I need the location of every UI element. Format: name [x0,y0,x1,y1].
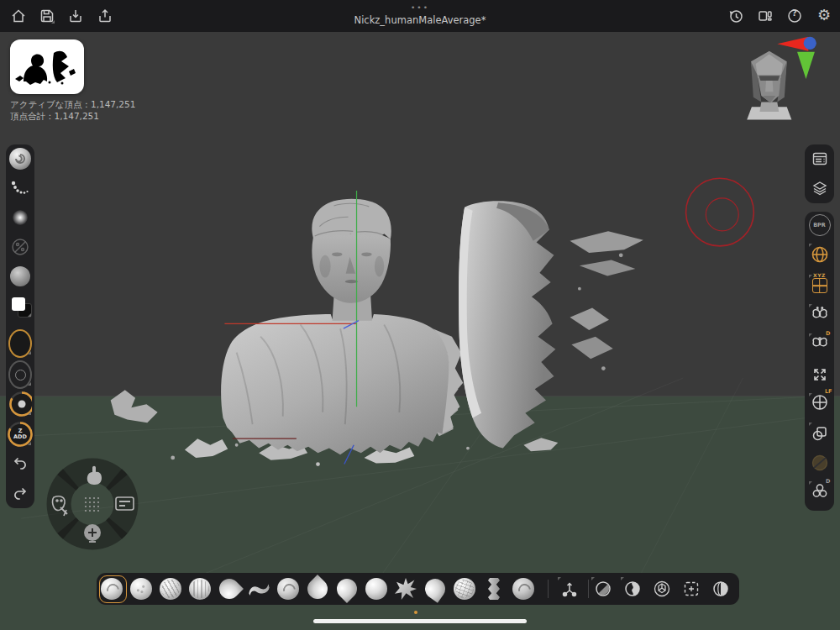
mode-ring-button[interactable] [8,332,32,355]
scene-thumbnail[interactable] [10,39,84,94]
tool-smudge[interactable] [620,576,645,601]
redo-button[interactable] [8,481,32,505]
settings-icon[interactable]: ⚙ [815,6,833,24]
brush-snake-hook[interactable] [246,576,271,601]
brush-tornado[interactable] [511,576,536,601]
app-window: ••• Nickz_humanMaleAverage* ? ⚙ [0,0,840,630]
right-toolbar-top [805,144,834,203]
brush-crease-cone[interactable] [305,576,330,601]
home-indicator[interactable] [313,619,527,623]
scan-fragment [459,201,643,448]
bottom-toolbar [97,573,739,605]
right-toolbar-main: BPR XYZ D [805,212,834,511]
window-dots[interactable]: ••• [0,3,840,12]
brush-cursor-circles [686,178,754,246]
brush-scrape[interactable] [158,576,183,601]
document-title: Nickz_humanMaleAverage* [0,14,840,26]
vertex-stats: アクティブな頂点：1,147,251 頂点合計：1,147,251 [10,98,135,122]
fragment-debris [570,231,643,370]
total-vertices-label: 頂点合計：1,147,251 [10,110,135,122]
bpr-render-button[interactable]: BPR [808,213,832,237]
scan-bust [221,199,463,454]
intensity-ring-button[interactable] [8,392,32,416]
page-indicator-dot[interactable] [414,611,417,614]
material-icon[interactable] [8,265,32,288]
d-badge: D [826,330,830,337]
toolbar-divider2 [588,580,589,598]
help-glyph: ? [786,8,803,18]
brush-striped-flatten[interactable] [187,576,213,601]
active-vertices-label: アクティブな頂点：1,147,251 [10,98,135,110]
primitives-icon[interactable] [808,422,832,445]
scenes-icon[interactable] [757,8,774,24]
brush-trim-pillar[interactable] [481,576,507,601]
matcap-disabled-icon[interactable] [808,451,832,475]
brush-curl[interactable] [276,576,301,601]
falloff-icon[interactable] [8,206,32,229]
left-toolbar: Z ADD [6,144,34,508]
current-tool-icon[interactable] [8,147,32,171]
symmetry-d-icon[interactable]: D [808,333,832,356]
fullscreen-icon[interactable] [808,363,832,386]
lf-camera-icon[interactable]: LF [808,392,832,416]
xyz-label: XYZ [813,272,826,278]
lf-label: LF [825,388,832,395]
thumbnail-silhouette [10,39,84,94]
brush-inflate-drop[interactable] [423,576,448,601]
tool-mask[interactable] [591,576,616,601]
d-badge-gray: D [826,478,830,485]
help-icon[interactable]: ? [786,8,803,24]
bpr-label: BPR [809,214,831,236]
dot-grid-icon [85,497,99,512]
color-swatch[interactable] [8,294,32,318]
symmetry-icon[interactable] [808,303,832,327]
view-orientation-head[interactable] [747,51,791,120]
brush-drop[interactable] [334,576,360,601]
zadd-ring-button[interactable]: Z ADD [8,423,32,446]
tool-contrast[interactable] [708,576,733,601]
tool-gizmo-sphere[interactable] [649,576,675,601]
history-icon[interactable] [727,8,744,24]
toolbar-divider [548,580,549,598]
grid-xyz-icon[interactable]: XYZ [808,274,832,297]
brush-rough-clay[interactable] [129,576,154,601]
tool-select-frame[interactable] [679,576,704,601]
undo-button[interactable] [8,451,32,475]
wireframe-sphere-icon[interactable] [808,243,832,266]
multires-d-icon[interactable]: D [808,480,832,504]
brush-clay[interactable] [99,576,124,601]
brush-pinch[interactable] [217,576,242,601]
brush-move-spike[interactable] [393,576,418,601]
brush-smooth[interactable] [364,576,389,601]
top-bar: ••• Nickz_humanMaleAverage* ? ⚙ [0,0,840,32]
zadd-line2: ADD [13,434,27,440]
stroke-icon[interactable] [8,176,32,200]
axis-y-cone [797,52,815,79]
interface-panel-icon[interactable] [808,147,832,171]
falloff-ring-button[interactable] [8,363,32,386]
tool-transform-node[interactable] [557,576,582,601]
brush-shell-hatch[interactable] [452,576,477,601]
layers-icon[interactable] [808,176,832,200]
alpha-disabled-icon[interactable] [8,235,32,259]
primary-color [12,297,25,311]
axis-z-dot [804,37,816,50]
